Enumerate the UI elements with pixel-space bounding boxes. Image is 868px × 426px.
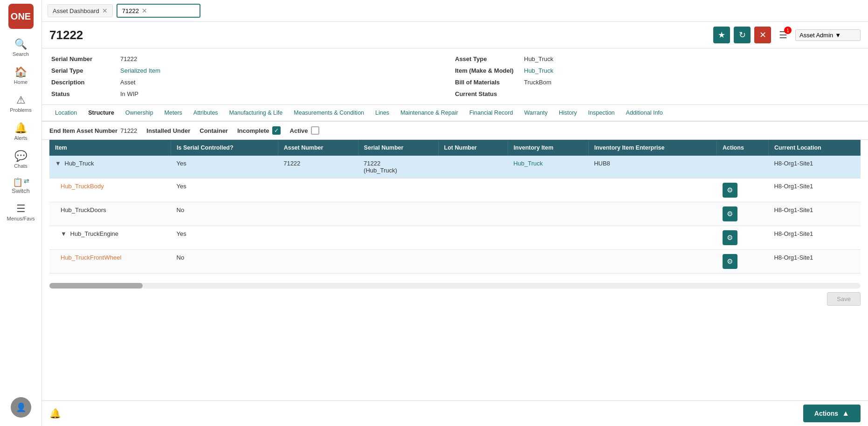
serial-number-value: 71222 bbox=[120, 55, 137, 62]
item-cell: Hub_TruckDoors bbox=[49, 202, 171, 226]
actions-cell: ⚙ bbox=[717, 226, 769, 250]
notification-bell[interactable]: ☰ 1 bbox=[775, 27, 792, 43]
end-item-asset-number-field: End Item Asset Number 71222 bbox=[49, 127, 137, 134]
tab-additional-info[interactable]: Additional Info bbox=[620, 105, 668, 122]
current-location-cell: H8-Org1-Site1 bbox=[768, 179, 860, 202]
header-actions: ★ ↻ ✕ ☰ 1 Asset Admin ▼ bbox=[713, 27, 861, 43]
actions-button[interactable]: Actions ▲ bbox=[803, 405, 861, 422]
actions-cell: ⚙ bbox=[717, 202, 769, 226]
status-label: Status bbox=[51, 90, 117, 97]
avatar[interactable]: 👤 bbox=[11, 397, 31, 418]
tab-lines[interactable]: Lines bbox=[370, 105, 395, 122]
asset-header: 71222 ★ ↻ ✕ ☰ 1 Asset Admin ▼ bbox=[42, 22, 868, 48]
tab-inspection[interactable]: Inspection bbox=[583, 105, 620, 122]
scrollbar-thumb[interactable] bbox=[49, 283, 143, 289]
actions-chevron: ▲ bbox=[842, 409, 849, 418]
close-asset-button[interactable]: ✕ bbox=[754, 27, 771, 43]
active-field: Active bbox=[290, 126, 319, 135]
refresh-button[interactable]: ↻ bbox=[734, 27, 751, 43]
tab-maintenance-repair[interactable]: Maintenance & Repair bbox=[395, 105, 464, 122]
sidebar-item-search[interactable]: 🔍 Search bbox=[0, 34, 41, 62]
item-name[interactable]: Hub_TruckDoors bbox=[61, 206, 106, 213]
tab-measurements[interactable]: Measurements & Condition bbox=[288, 105, 370, 122]
serial-type-value[interactable]: Serialized Item bbox=[120, 67, 160, 74]
sidebar-item-switch[interactable]: 📋 ⇄ Switch bbox=[0, 173, 41, 198]
asset-info-section: Serial Number 71222 Asset Type Hub_Truck… bbox=[42, 48, 868, 105]
structure-bar: End Item Asset Number 71222 Installed Un… bbox=[42, 122, 868, 140]
serial-number-label: Serial Number bbox=[51, 55, 117, 62]
asset-type-row: Asset Type Hub_Truck bbox=[455, 54, 859, 64]
item-name[interactable]: Hub_TruckEngine bbox=[70, 230, 119, 237]
serial-controlled-cell: No bbox=[171, 202, 278, 226]
expand-arrow[interactable]: ▼ bbox=[55, 160, 61, 167]
inventory-item-cell[interactable]: Hub_Truck bbox=[508, 156, 588, 179]
serial-number-cell bbox=[358, 250, 438, 274]
bottom-info-icon[interactable]: 🔔 bbox=[49, 408, 61, 419]
actions-cell: ⚙ bbox=[717, 179, 769, 202]
actions-cell bbox=[717, 156, 769, 179]
chats-icon: 💬 bbox=[14, 150, 27, 162]
current-location-cell: H8-Org1-Site1 bbox=[768, 250, 860, 274]
expand-arrow[interactable]: ▼ bbox=[61, 230, 67, 237]
asset-number-cell bbox=[278, 250, 358, 274]
sidebar-item-problems[interactable]: ⚠ Problems bbox=[0, 89, 41, 117]
item-name[interactable]: Hub_TruckBody bbox=[61, 183, 104, 190]
col-actions: Actions bbox=[717, 140, 769, 156]
tab-history[interactable]: History bbox=[553, 105, 583, 122]
save-button[interactable]: Save bbox=[827, 292, 861, 306]
inventory-item-cell bbox=[508, 226, 588, 250]
notification-badge: 1 bbox=[784, 27, 792, 34]
table-row: Hub_TruckFrontWheel No ⚙ H8-Org1-Site1 bbox=[49, 250, 861, 274]
tab-financial-record[interactable]: Financial Record bbox=[464, 105, 519, 122]
active-checkbox[interactable] bbox=[311, 126, 319, 135]
table-row: ▼ Hub_Truck Yes 71222 71222 (Hub_Truck) … bbox=[49, 156, 861, 179]
active-label: Active bbox=[290, 127, 308, 134]
sidebar-item-menus[interactable]: ☰ Menus/Favs bbox=[0, 198, 41, 226]
action-gear-button[interactable]: ⚙ bbox=[723, 183, 737, 198]
tab-manufacturing-life[interactable]: Manufacturing & Life bbox=[224, 105, 289, 122]
actions-cell: ⚙ bbox=[717, 250, 769, 274]
user-dropdown[interactable]: Asset Admin ▼ bbox=[795, 29, 861, 41]
item-cell: ▼ Hub_Truck bbox=[49, 156, 171, 179]
action-gear-button[interactable]: ⚙ bbox=[723, 230, 737, 245]
sidebar-item-home[interactable]: 🏠 Home bbox=[0, 62, 41, 89]
favorite-button[interactable]: ★ bbox=[713, 27, 730, 43]
tab-search-71222-close[interactable]: ✕ bbox=[142, 7, 147, 14]
col-inventory-enterprise: Inventory Item Enterprise bbox=[588, 140, 716, 156]
tab-ownership[interactable]: Ownership bbox=[120, 105, 159, 122]
installed-under-field: Installed Under bbox=[146, 127, 190, 134]
sidebar-bottom: 👤 bbox=[11, 392, 31, 422]
tab-attributes[interactable]: Attributes bbox=[188, 105, 224, 122]
serial-type-row: Serial Type Serialized Item bbox=[51, 66, 455, 76]
tab-structure[interactable]: Structure bbox=[83, 105, 120, 122]
col-lot-number: Lot Number bbox=[438, 140, 508, 156]
structure-table: Item Is Serial Controlled? Asset Number … bbox=[49, 140, 861, 274]
lot-number-cell bbox=[438, 202, 508, 226]
asset-number-cell bbox=[278, 179, 358, 202]
tab-location[interactable]: Location bbox=[49, 105, 83, 122]
horizontal-scrollbar[interactable] bbox=[49, 283, 861, 289]
tab-meters[interactable]: Meters bbox=[159, 105, 188, 122]
action-gear-button[interactable]: ⚙ bbox=[723, 254, 737, 269]
asset-type-value: Hub_Truck bbox=[524, 55, 553, 62]
sidebar-item-alerts[interactable]: 🔔 Alerts bbox=[0, 117, 41, 145]
incomplete-checkbox[interactable]: ✓ bbox=[272, 126, 281, 135]
table-row: ▼ Hub_TruckEngine Yes ⚙ H8-Org1-Site1 bbox=[49, 226, 861, 250]
item-cell: Hub_TruckFrontWheel bbox=[49, 250, 171, 274]
action-gear-button[interactable]: ⚙ bbox=[723, 206, 737, 221]
tab-asset-dashboard[interactable]: Asset Dashboard ✕ bbox=[48, 4, 113, 17]
tab-asset-dashboard-close[interactable]: ✕ bbox=[102, 7, 108, 14]
tab-warranty[interactable]: Warranty bbox=[518, 105, 553, 122]
user-dropdown-chevron: ▼ bbox=[835, 32, 841, 39]
serial-number-cell bbox=[358, 179, 438, 202]
app-logo[interactable]: ONE bbox=[8, 4, 34, 29]
serial-type-label: Serial Type bbox=[51, 67, 117, 74]
item-name[interactable]: Hub_Truck bbox=[65, 160, 94, 167]
item-make-model-value[interactable]: Hub_Truck bbox=[524, 67, 553, 74]
save-area: Save bbox=[42, 290, 868, 309]
inventory-item-cell bbox=[508, 250, 588, 274]
tab-search-71222[interactable]: 71222 ✕ bbox=[117, 4, 200, 18]
table-row: Hub_TruckDoors No ⚙ H8-Org1-Site1 bbox=[49, 202, 861, 226]
item-name[interactable]: Hub_TruckFrontWheel bbox=[61, 254, 121, 261]
sidebar-item-chats[interactable]: 💬 Chats bbox=[0, 145, 41, 173]
